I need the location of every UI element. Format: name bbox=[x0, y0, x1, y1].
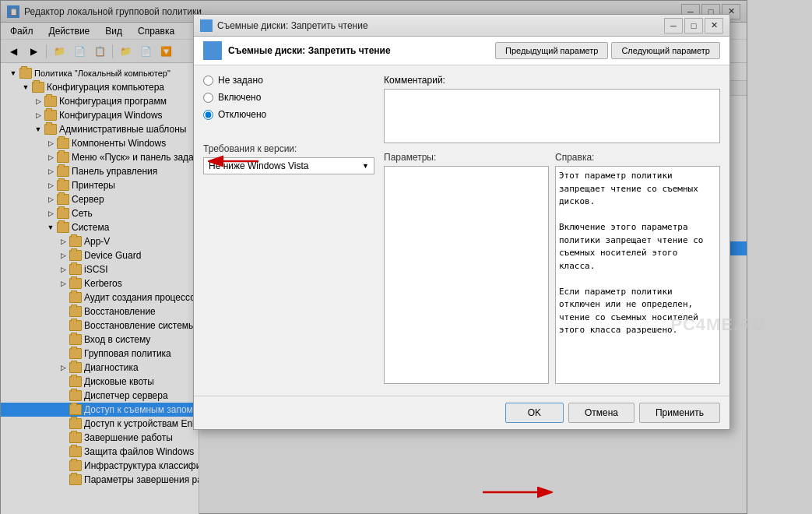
req-dropdown[interactable]: Не ниже Windows Vista ▼ bbox=[203, 157, 374, 174]
dialog-sub-title: Съемные диски: Запретить чтение bbox=[228, 45, 489, 56]
radio-notset-label: Не задано bbox=[218, 75, 263, 86]
comment-input[interactable] bbox=[384, 89, 720, 143]
dialog-subheader: Съемные диски: Запретить чтение Предыдущ… bbox=[194, 37, 729, 65]
help-textarea: Этот параметр политики запрещает чтение … bbox=[555, 166, 720, 384]
comment-label: Комментарий: bbox=[384, 75, 720, 86]
params-label: Параметры: bbox=[384, 152, 549, 163]
dialog-body: Не задано Включено Отключено Требования … bbox=[194, 65, 729, 396]
dialog-sub-icon bbox=[203, 41, 222, 60]
params-help-section: Параметры: Справка: Этот параметр полити… bbox=[384, 152, 720, 386]
params-textarea[interactable] bbox=[384, 166, 549, 384]
comment-section: Комментарий: bbox=[384, 75, 720, 146]
ok-btn[interactable]: OK bbox=[505, 403, 564, 423]
apply-btn[interactable]: Применить bbox=[639, 403, 720, 423]
dialog-maximize-btn[interactable]: □ bbox=[684, 18, 703, 33]
radio-enabled-label: Включено bbox=[218, 92, 261, 103]
dialog-minimize-btn[interactable]: ─ bbox=[664, 18, 683, 33]
dropdown-arrow-icon: ▼ bbox=[362, 162, 369, 170]
radio-enabled-input[interactable] bbox=[203, 93, 213, 103]
radio-disabled-label: Отключено bbox=[218, 109, 266, 120]
help-label: Справка: bbox=[555, 152, 720, 163]
dialog-close-btn[interactable]: ✕ bbox=[705, 18, 723, 33]
dialog-icon bbox=[200, 19, 213, 32]
dialog: Съемные диски: Запретить чтение ─ □ ✕ Съ… bbox=[193, 14, 730, 430]
radio-disabled-input[interactable] bbox=[203, 110, 213, 120]
dialog-footer: OK Отмена Применить bbox=[194, 396, 729, 429]
dialog-titlebar: Съемные диски: Запретить чтение ─ □ ✕ bbox=[194, 15, 729, 37]
radio-notset[interactable]: Не задано bbox=[203, 75, 374, 86]
dialog-nav-btns: Предыдущий параметр Следующий параметр bbox=[495, 42, 720, 59]
req-dropdown-box[interactable]: Не ниже Windows Vista ▼ bbox=[203, 157, 374, 174]
dialog-right: Комментарий: Параметры: Справка: Этот па… bbox=[384, 75, 720, 386]
cancel-btn[interactable]: Отмена bbox=[568, 403, 634, 423]
req-section: Требования к версии: Не ниже Windows Vis… bbox=[203, 143, 374, 174]
dialog-left: Не задано Включено Отключено Требования … bbox=[203, 75, 374, 386]
radio-group: Не задано Включено Отключено bbox=[203, 75, 374, 120]
params-box: Параметры: bbox=[384, 152, 549, 386]
radio-enabled[interactable]: Включено bbox=[203, 92, 374, 103]
dialog-title: Съемные диски: Запретить чтение bbox=[217, 20, 663, 31]
req-value: Не ниже Windows Vista bbox=[209, 160, 359, 171]
help-box: Справка: Этот параметр политики запрещае… bbox=[555, 152, 720, 386]
req-label: Требования к версии: bbox=[203, 143, 374, 154]
prev-param-btn[interactable]: Предыдущий параметр bbox=[495, 42, 608, 59]
radio-disabled[interactable]: Отключено bbox=[203, 109, 374, 120]
radio-notset-input[interactable] bbox=[203, 76, 213, 86]
next-param-btn[interactable]: Следующий параметр bbox=[611, 42, 720, 59]
